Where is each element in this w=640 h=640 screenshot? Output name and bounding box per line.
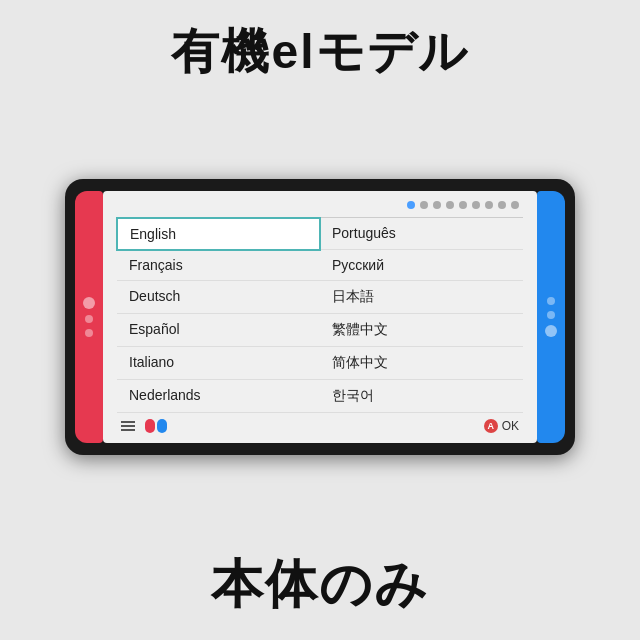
switch-device: English Português Français Русский Deuts… bbox=[65, 179, 575, 455]
switch-screen: English Português Français Русский Deuts… bbox=[103, 191, 537, 443]
lang-espanol[interactable]: Español bbox=[117, 314, 320, 347]
dot-9 bbox=[511, 201, 519, 209]
right-btn-2 bbox=[547, 311, 555, 319]
menu-icon bbox=[121, 421, 135, 431]
right-btn-1 bbox=[547, 297, 555, 305]
dot-2 bbox=[420, 201, 428, 209]
menu-line-3 bbox=[121, 429, 135, 431]
dot-4 bbox=[446, 201, 454, 209]
dot-3 bbox=[433, 201, 441, 209]
ok-circle-icon: A bbox=[484, 419, 498, 433]
switch-logo-right bbox=[157, 419, 167, 433]
page-footer: 本体のみ bbox=[211, 550, 429, 640]
header-title: 有機elモデル bbox=[171, 0, 468, 84]
ok-button[interactable]: A OK bbox=[484, 419, 519, 433]
lang-nederlands[interactable]: Nederlands bbox=[117, 380, 320, 413]
dot-6 bbox=[472, 201, 480, 209]
switch-logo bbox=[145, 419, 167, 433]
right-stick bbox=[545, 325, 557, 337]
lang-english[interactable]: English bbox=[116, 217, 321, 251]
lang-simp-chinese[interactable]: 简体中文 bbox=[320, 347, 523, 380]
lang-italiano[interactable]: Italiano bbox=[117, 347, 320, 380]
language-grid: English Português Français Русский Deuts… bbox=[117, 217, 523, 413]
switch-logo-left bbox=[145, 419, 155, 433]
joycon-right bbox=[537, 191, 565, 443]
lang-deutsch[interactable]: Deutsch bbox=[117, 281, 320, 314]
left-btn-2 bbox=[85, 329, 93, 337]
lang-japanese[interactable]: 日本語 bbox=[320, 281, 523, 314]
page-header: 有機elモデル bbox=[171, 0, 468, 84]
dot-5 bbox=[459, 201, 467, 209]
lang-portugues[interactable]: Português bbox=[320, 218, 523, 250]
ok-label: OK bbox=[502, 419, 519, 433]
screen-bottom-bar: A OK bbox=[117, 413, 523, 435]
lang-russian[interactable]: Русский bbox=[320, 250, 523, 281]
left-stick bbox=[83, 297, 95, 309]
dot-7 bbox=[485, 201, 493, 209]
footer-title: 本体のみ bbox=[211, 550, 429, 640]
lang-francais[interactable]: Français bbox=[117, 250, 320, 281]
menu-line-2 bbox=[121, 425, 135, 427]
lang-korean[interactable]: 한국어 bbox=[320, 380, 523, 413]
switch-device-wrapper: English Português Français Русский Deuts… bbox=[0, 179, 640, 455]
left-btn-1 bbox=[85, 315, 93, 323]
dot-1 bbox=[407, 201, 415, 209]
menu-line-1 bbox=[121, 421, 135, 423]
lang-trad-chinese[interactable]: 繁體中文 bbox=[320, 314, 523, 347]
dot-8 bbox=[498, 201, 506, 209]
screen-left-icons bbox=[121, 419, 167, 433]
joycon-left bbox=[75, 191, 103, 443]
dots-indicator bbox=[117, 201, 523, 209]
